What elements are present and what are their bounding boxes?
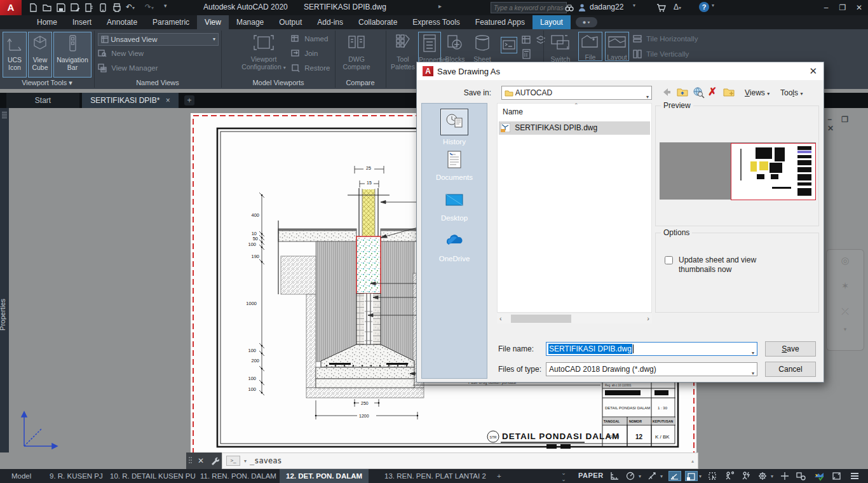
file-tab-start[interactable]: Start	[6, 93, 79, 108]
add-layout-button[interactable]: +	[491, 469, 508, 483]
tile-vertically-item[interactable]: Tile Vertically	[633, 50, 689, 61]
pan-hand-icon[interactable]: ✶	[827, 280, 864, 292]
file-list-row-selected[interactable]: SERTIFIKASI DPIB.dwg	[499, 121, 650, 135]
object-snap-icon[interactable]	[685, 471, 698, 481]
snap-mode-icon[interactable]	[625, 471, 638, 481]
search-input[interactable]	[491, 2, 567, 13]
paper-space-toggle[interactable]: PAPER	[578, 472, 604, 479]
layout-tab-11[interactable]: 11. REN. PON. DALAM	[194, 469, 283, 483]
file-tab-close-icon[interactable]: ×	[166, 96, 170, 105]
isolate-objects-icon[interactable]	[796, 471, 808, 481]
user-dropdown-icon[interactable]: ▾	[633, 3, 635, 8]
scroll-right-icon[interactable]: ›	[647, 314, 649, 323]
up-one-level-icon[interactable]	[676, 86, 689, 100]
selection-cycling-icon[interactable]	[707, 471, 720, 481]
tab-home[interactable]: Home	[29, 15, 65, 29]
tab-view[interactable]: View	[197, 15, 229, 29]
save-in-combo[interactable]: AUTOCAD ▾	[501, 86, 652, 100]
files-of-type-combo[interactable]: AutoCAD 2018 Drawing (*.dwg) ▾	[546, 362, 757, 376]
annotation-scale-gear-icon[interactable]	[757, 471, 770, 481]
command-input[interactable]: >_ ▾ _saveas ▴	[222, 452, 698, 469]
layout-tab-9[interactable]: 9. R. KUSEN PJ	[43, 469, 109, 483]
navbar-more-icon[interactable]: ▾	[827, 326, 864, 332]
tab-output[interactable]: Output	[271, 15, 309, 29]
cart-icon[interactable]	[656, 3, 666, 13]
tools-menu[interactable]: Tools ▾	[780, 86, 803, 100]
help-dropdown-icon[interactable]: ▾	[712, 3, 714, 8]
autodesk-app-icon[interactable]: Δ▾	[674, 3, 681, 11]
grid-display-icon[interactable]	[609, 471, 621, 481]
place-history[interactable]: History	[422, 109, 487, 146]
view-manager-item[interactable]: View Manager	[98, 64, 158, 75]
close-button[interactable]: ✕	[853, 3, 865, 13]
layout-tab-10[interactable]: 10. R. DETAIL KUSEN PU	[104, 469, 202, 483]
dialog-title-bar[interactable]: A Save Drawing As ✕	[417, 62, 824, 80]
annotation-visibility-icon[interactable]	[724, 471, 737, 481]
layout-overflow-icon[interactable]: ⌄⌄	[559, 470, 568, 482]
undo-icon[interactable]: ↶▾	[126, 3, 135, 11]
place-desktop[interactable]: Desktop	[422, 190, 487, 222]
search-web-icon[interactable]	[692, 86, 705, 100]
scroll-left-icon[interactable]: ‹	[499, 314, 502, 323]
navigation-bar-toggle[interactable]: Navigation Bar	[53, 32, 92, 78]
back-icon[interactable]	[660, 86, 673, 100]
new-folder-icon[interactable]	[722, 86, 735, 100]
gear-dropdown-icon[interactable]: ▾	[771, 473, 773, 479]
graphics-performance-icon[interactable]	[813, 471, 826, 481]
tab-layout[interactable]: Layout	[532, 15, 571, 29]
autocad-logo[interactable]: A	[0, 0, 22, 15]
tab-insert[interactable]: Insert	[65, 15, 99, 29]
view-cube-toggle[interactable]: View Cube	[28, 32, 52, 78]
file-list-hscrollbar[interactable]: ‹ ›	[497, 314, 652, 323]
mobile-device-icon[interactable]	[98, 3, 108, 13]
delete-icon[interactable]: ✗	[708, 86, 717, 100]
tab-addins[interactable]: Add-ins	[309, 15, 351, 29]
file-tab-active-doc[interactable]: SERTIFIKASI DPIB* ×	[82, 93, 179, 108]
restore-viewports-item[interactable]: Restore	[291, 64, 330, 75]
customization-menu-icon[interactable]	[849, 471, 862, 481]
place-onedrive[interactable]: OneDrive	[422, 231, 487, 262]
annotation-autoscale-icon[interactable]	[741, 471, 754, 481]
panel-label-viewport-tools[interactable]: Viewport Tools ▾	[3, 79, 92, 88]
command-window-icon[interactable]	[501, 37, 517, 53]
tab-manage[interactable]: Manage	[229, 15, 271, 29]
osnap-dropdown-icon[interactable]: ▾	[699, 473, 702, 479]
save-icon[interactable]	[56, 3, 66, 13]
command-history-icon[interactable]: ▾	[244, 458, 247, 464]
layout-tabs-toggle[interactable]: Layout	[605, 32, 629, 61]
tab-parametric[interactable]: Parametric	[145, 15, 197, 29]
viewport-configuration-button[interactable]: ViewportConfiguration ▾	[239, 32, 288, 78]
scrollbar-thumb[interactable]	[511, 315, 571, 323]
save-button[interactable]: Save	[765, 341, 816, 357]
command-line-bar[interactable]: ✕ >_ ▾ _saveas ▴	[186, 452, 698, 469]
calculator-icon[interactable]	[521, 48, 532, 62]
search-expand-icon[interactable]: ▸	[438, 3, 442, 10]
join-viewports-item[interactable]: Join	[291, 49, 318, 60]
place-documents[interactable]: Documents	[422, 149, 487, 181]
isodraft-dropdown-icon[interactable]: ▾	[660, 473, 663, 479]
ucs-icon-toggle[interactable]: UCS Icon	[3, 32, 27, 78]
viewport-window-controls[interactable]: − ❐ ✕	[827, 115, 868, 133]
properties-palette-strip[interactable]: Properties	[0, 108, 9, 452]
username-label[interactable]: dadang22	[590, 3, 623, 11]
wheel-2d-icon[interactable]: ◎	[827, 255, 864, 266]
new-file-tab-button[interactable]: +	[184, 95, 194, 105]
save-as-icon[interactable]	[70, 3, 80, 13]
command-close-icon[interactable]: ✕	[194, 452, 208, 469]
isodraft-icon[interactable]	[647, 471, 660, 481]
view-combo[interactable]: Unsaved View ▾	[98, 33, 219, 46]
open-folder-icon[interactable]	[42, 3, 52, 13]
workspace-switch-icon[interactable]	[779, 471, 792, 481]
help-icon[interactable]: ?	[699, 2, 709, 12]
list-header-name[interactable]: Name	[503, 107, 523, 116]
restore-button[interactable]: ❐	[836, 3, 849, 13]
dialog-close-icon[interactable]: ✕	[809, 65, 817, 77]
file-list[interactable]: Name ⌃ SERTIFIKASI DPIB.dwg	[497, 103, 652, 313]
palette-grip[interactable]	[2, 112, 7, 118]
navigation-bar-ghost[interactable]: ◎ ✶ ⤫ ▾	[826, 249, 864, 351]
views-menu[interactable]: VViewsiews ▾	[745, 86, 770, 100]
palette-small-icon-1[interactable]	[521, 34, 532, 48]
qat-overflow-icon[interactable]: ▾	[164, 3, 167, 9]
layout-tab-model[interactable]: Model	[5, 469, 37, 483]
file-tabs-toggle[interactable]: File	[578, 32, 602, 61]
